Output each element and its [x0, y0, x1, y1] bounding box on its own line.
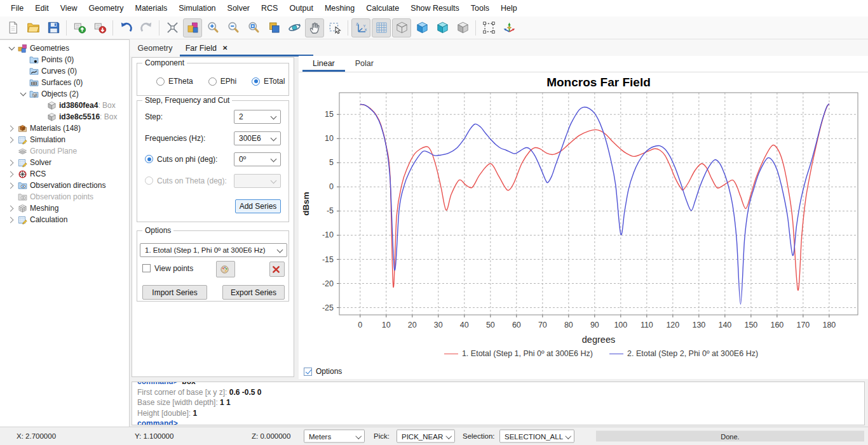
menu-calculate[interactable]: Calculate — [360, 0, 405, 17]
radio-etheta[interactable] — [156, 77, 165, 86]
units-select[interactable]: Meters — [304, 430, 365, 443]
component-option-etheta[interactable]: ETheta — [156, 77, 193, 86]
tree-chevron-icon[interactable] — [6, 43, 17, 54]
menu-meshing[interactable]: Meshing — [319, 0, 360, 17]
tree-item-observation-directions[interactable]: Observation directions — [0, 180, 129, 191]
pick-mode-select[interactable]: PICK_NEAR — [397, 430, 455, 443]
tree-item-solver[interactable]: Solver — [0, 157, 129, 168]
step-select[interactable]: 2 — [234, 110, 281, 124]
tree-chevron-icon[interactable] — [6, 168, 17, 180]
series-color-button[interactable] — [216, 261, 235, 277]
tree-chevron-icon[interactable] — [6, 203, 17, 214]
zoom-window-button[interactable] — [244, 18, 263, 37]
frequencies-select[interactable]: 300E6 — [234, 131, 281, 145]
menu-output[interactable]: Output — [283, 0, 319, 17]
cuts-on-phi-select[interactable]: 0º — [234, 152, 281, 166]
grid-button[interactable] — [372, 18, 391, 37]
component-option-ephi[interactable]: EPhi — [208, 77, 236, 86]
menu-simulation[interactable]: Simulation — [173, 0, 221, 17]
tree-chevron-icon[interactable] — [6, 157, 17, 168]
select-button[interactable] — [325, 18, 344, 37]
fit-view-button[interactable] — [163, 18, 182, 37]
tree-item-ground-plane[interactable]: Ground Plane — [0, 145, 129, 157]
coordinate-axes-icon — [503, 21, 516, 34]
export-series-button[interactable]: Export Series — [222, 285, 285, 300]
svg-text:120: 120 — [666, 321, 679, 329]
orbit-button[interactable] — [285, 18, 304, 37]
tree-item-materials-148[interactable]: Materials (148) — [0, 123, 129, 134]
redo-button[interactable] — [137, 18, 156, 37]
shaded-edges-view-button[interactable] — [433, 18, 452, 37]
tree-item-type: : Box — [98, 101, 115, 110]
tree-item-observation-points[interactable]: Observation points — [0, 191, 129, 203]
menu-materials[interactable]: Materials — [129, 0, 173, 17]
menu-view[interactable]: View — [55, 0, 83, 17]
tree-item-curves-0[interactable]: Curves (0) — [0, 65, 129, 77]
tree-item-surfaces-0[interactable]: Surfaces (0) — [0, 77, 129, 88]
tree-item-calculation[interactable]: Calculation — [0, 214, 129, 225]
delete-series-button[interactable] — [269, 262, 285, 277]
tab-far-field[interactable]: Far Field✕ — [180, 39, 233, 56]
save-project-button[interactable] — [44, 18, 63, 37]
menu-rcs[interactable]: RCS — [255, 0, 283, 17]
console-prompt-line[interactable]: command> — [137, 418, 864, 425]
menu-edit[interactable]: Edit — [29, 0, 55, 17]
selection-label: Selection: — [463, 432, 495, 440]
tree-item-label: Materials (148) — [30, 124, 81, 133]
menu-geometry[interactable]: Geometry — [83, 0, 130, 17]
tree-item-id3e8c5516[interactable]: id3e8c5516 : Box — [0, 111, 129, 123]
undo-button[interactable] — [116, 18, 135, 37]
close-tab-icon[interactable]: ✕ — [222, 44, 227, 51]
cuts-on-theta-radio — [145, 176, 153, 185]
add-series-button[interactable]: Add Series — [235, 199, 281, 213]
view-axes-button[interactable]: ZYX — [351, 18, 370, 37]
zoom-out-button[interactable] — [224, 18, 243, 37]
cube-wire-icon — [395, 21, 409, 34]
shaded-view-button[interactable] — [412, 18, 431, 37]
selection-mode-select[interactable]: SELECTION_ALL — [499, 430, 574, 443]
layers-button[interactable] — [264, 18, 283, 37]
series-select[interactable]: 1. Etotal (Step 1, Phi 0º at 300E6 Hz) — [140, 243, 287, 257]
hidden-view-button[interactable] — [453, 18, 472, 37]
export-button[interactable] — [90, 18, 109, 37]
coordinate-system-button[interactable] — [499, 18, 519, 37]
zoom-in-button[interactable] — [203, 18, 222, 37]
toolbar-separator — [159, 20, 159, 36]
tree-item-points-0[interactable]: Points (0) — [0, 54, 129, 65]
menu-file[interactable]: File — [5, 0, 29, 17]
component-option-etotal[interactable]: ETotal — [252, 77, 285, 86]
plot-tab-polar[interactable]: Polar — [345, 56, 384, 72]
tab-geometry[interactable]: Geometry — [130, 39, 180, 56]
tree-item-objects-2[interactable]: Objects (2) — [0, 88, 129, 100]
radio-etotal[interactable] — [252, 77, 260, 86]
import-button[interactable] — [70, 18, 89, 37]
open-project-button[interactable] — [24, 18, 43, 37]
tree-item-simulation[interactable]: Simulation — [0, 134, 129, 145]
radio-ephi[interactable] — [208, 77, 217, 86]
import-series-button[interactable]: Import Series — [142, 285, 207, 300]
selection-box-button[interactable] — [479, 18, 498, 37]
render-mode-button[interactable] — [183, 18, 202, 37]
tree-chevron-icon[interactable] — [6, 180, 17, 191]
command-console[interactable]: command> box First corner of base [x y z… — [132, 382, 865, 425]
tree-chevron-icon[interactable] — [18, 88, 29, 100]
new-document-button[interactable] — [3, 18, 22, 37]
chart-options-checkbox[interactable] — [304, 368, 312, 376]
tree-chevron-icon[interactable] — [6, 123, 17, 134]
tree-item-id3860fea4[interactable]: id3860fea4 : Box — [0, 100, 129, 111]
tree-item-geometries[interactable]: Geometries — [0, 43, 129, 54]
menu-tools[interactable]: Tools — [465, 0, 495, 17]
tree-chevron-icon[interactable] — [6, 134, 17, 145]
cuts-on-phi-radio[interactable] — [145, 155, 153, 163]
tree-item-meshing[interactable]: Meshing — [0, 203, 129, 214]
tree-chevron-icon[interactable] — [6, 214, 17, 225]
plot-tab-linear[interactable]: Linear — [302, 56, 345, 72]
wireframe-view-button[interactable] — [392, 18, 411, 37]
pan-button[interactable] — [305, 18, 324, 37]
svg-text:130: 130 — [692, 321, 705, 329]
view-points-checkbox[interactable] — [142, 264, 151, 272]
menu-show-results[interactable]: Show Results — [405, 0, 465, 17]
menu-help[interactable]: Help — [495, 0, 523, 17]
tree-item-rcs[interactable]: RCS — [0, 168, 129, 180]
menu-solver[interactable]: Solver — [222, 0, 255, 17]
